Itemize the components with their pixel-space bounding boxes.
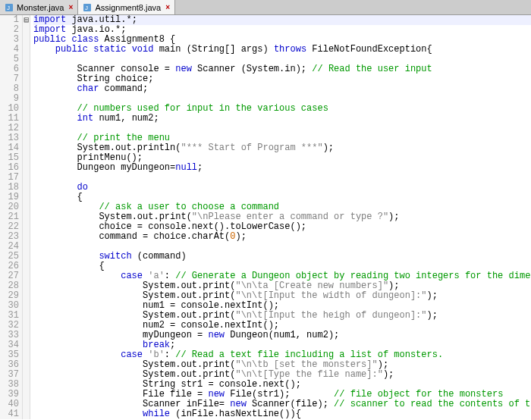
token-pl: Dungeon(num1, num2); [225, 330, 339, 340]
fold-cell [23, 173, 30, 183]
tab-assignment8[interactable]: J Assignment8.java × [78, 0, 175, 14]
fold-cell [23, 242, 30, 252]
fold-cell [23, 340, 30, 350]
token-pl: { [99, 261, 104, 271]
code-line[interactable]: switch (command) [33, 252, 531, 262]
svg-text:J: J [7, 5, 10, 11]
token-kw: switch [99, 251, 131, 262]
token-pl: ); [378, 359, 388, 370]
token-pl: Scanner (System.in); [192, 64, 312, 74]
fold-cell [23, 212, 30, 222]
token-pl: String choice; [77, 74, 154, 84]
token-st: "\n\tb [set the monsters]" [235, 359, 377, 370]
token-cm: // file object for the monsters [334, 389, 503, 400]
tab-monster[interactable]: J Monster.java × [0, 0, 78, 14]
token-pl: num1, num2; [93, 113, 159, 124]
code-line[interactable]: do [33, 183, 531, 193]
fold-cell [23, 84, 30, 94]
token-pl: : [165, 271, 175, 281]
token-pl: System.out.print( [99, 212, 191, 222]
token-pl: command; [99, 83, 148, 94]
svg-text:J: J [85, 5, 88, 11]
close-icon[interactable]: × [67, 4, 74, 11]
code-line[interactable]: char command; [33, 84, 531, 94]
fold-cell [23, 153, 30, 163]
token-pl: ; [197, 162, 203, 173]
token-kw: break [143, 340, 170, 350]
fold-cell [23, 331, 30, 340]
token-st: "\n\t[Input the width of dungeon]:" [235, 290, 426, 301]
line-number: 41 [0, 409, 19, 419]
token-pl: FileNotFoundException{ [306, 44, 432, 55]
token-pl: command = choice.charAt( [99, 231, 230, 242]
fold-cell [23, 301, 30, 311]
fold-toggle-icon[interactable]: ⊟ [24, 15, 30, 25]
token-pl: ); [427, 290, 438, 301]
token-pl: myDungeon = [143, 330, 208, 340]
code-editor[interactable]: 1234567891011121314151617181920212223242… [0, 15, 531, 419]
token-pl: printMenu(); [77, 152, 143, 163]
fold-cell: ⊟ [23, 45, 30, 55]
code-line[interactable]: public static void main (String[] args) … [33, 45, 531, 55]
token-kw: new [208, 389, 225, 400]
fold-cell [23, 183, 30, 193]
token-pl: ; [170, 340, 175, 350]
close-icon[interactable]: × [164, 4, 171, 11]
fold-cell [23, 291, 30, 301]
token-cm: // Read the user input [312, 64, 432, 74]
token-st: 'a' [148, 271, 165, 281]
token-pl: File file = [143, 389, 208, 400]
code-line[interactable]: int num1, num2; [33, 114, 531, 124]
token-st: "\n\t[Type the file name]:" [235, 369, 382, 380]
token-cm: // Read a text file including a list of … [175, 349, 443, 360]
token-pl: Scanner inFile= [143, 399, 230, 409]
tab-label: Assignment8.java [95, 3, 161, 12]
token-pl: (command) [132, 251, 187, 262]
token-cm: // print the menu [77, 133, 170, 143]
token-pl: System.out.print( [143, 290, 235, 301]
token-kw: throws [274, 44, 306, 55]
line-number-gutter: 1234567891011121314151617181920212223242… [0, 15, 23, 419]
tab-label: Monster.java [17, 3, 64, 12]
token-pl: ); [235, 231, 246, 242]
code-line[interactable]: while (inFile.hasNextLine()){ [33, 409, 531, 419]
fold-cell: ⊟ [23, 35, 30, 45]
fold-cell [23, 400, 30, 409]
fold-cell [23, 133, 30, 143]
token-pl: ); [323, 143, 334, 153]
fold-cell [23, 94, 30, 104]
token-pl: num2 = console.nextInt(); [143, 320, 279, 331]
token-st: "\n\t[Input the heigh of dungeon]:" [235, 310, 426, 321]
token-pl: { [77, 192, 83, 202]
fold-cell [23, 360, 30, 370]
fold-cell [23, 202, 30, 212]
token-pl: System.out.print( [143, 281, 235, 291]
fold-cell: ⊟ [23, 193, 30, 202]
token-pl: System.out.print( [143, 369, 235, 380]
token-pl: Scanner console = [77, 64, 176, 74]
token-pl: String str1 = console.next(); [143, 379, 301, 390]
token-st: "\nPlease enter a command or type ?" [192, 212, 388, 222]
token-pl: System.out.println( [77, 143, 181, 153]
token-pl: ); [427, 310, 438, 321]
fold-cell [23, 163, 30, 173]
token-pl: : [165, 349, 175, 360]
token-kw: char [77, 83, 99, 94]
code-area[interactable]: import java.util.*;import java.io.*;publ… [30, 15, 531, 419]
fold-cell [23, 380, 30, 390]
fold-cell [23, 252, 30, 262]
token-pl: Assignment8 { [99, 34, 175, 45]
code-line[interactable] [33, 173, 531, 183]
token-kw: new [230, 399, 247, 409]
token-kw: null [175, 162, 197, 173]
fold-cell [23, 350, 30, 360]
code-line[interactable]: command = choice.charAt(0); [33, 232, 531, 242]
token-kw: do [77, 182, 88, 193]
fold-cell [23, 64, 30, 74]
token-pl: System.out.print( [143, 359, 235, 370]
token-kw: new [208, 330, 225, 340]
token-kw: import [33, 24, 66, 35]
code-line[interactable]: Dungeon myDungeon=null; [33, 163, 531, 173]
fold-cell [23, 232, 30, 242]
token-st: 'b' [148, 349, 165, 360]
